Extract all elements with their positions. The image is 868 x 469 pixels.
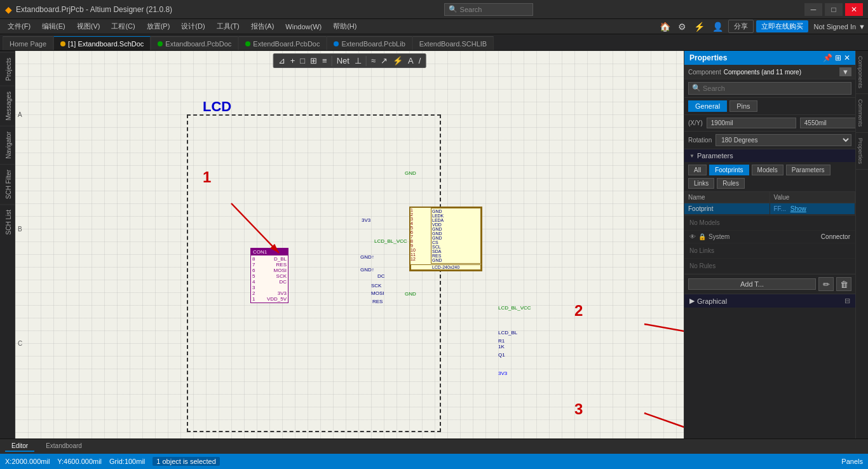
x-field[interactable] [707, 118, 796, 128]
con1-pins: 8D_BL 7RES 6MOSI 5SCK 4DC 3 23V3 1VDD_5V [251, 255, 288, 302]
power-tool[interactable]: ⚡ [391, 55, 405, 66]
tab-dot-pcb2 [245, 41, 250, 46]
no-links-section: No Links [684, 243, 855, 259]
settings-icon[interactable]: ⚙ [675, 20, 689, 33]
tab-general[interactable]: General [688, 100, 727, 112]
net-res: RES [372, 299, 383, 304]
sidebar-item-sch-list[interactable]: SCH List [0, 204, 15, 240]
canvas-area[interactable]: ⊿ + □ ⊞ ≡ Net ⊥ ≈ ↗ ⚡ A / A B C D LCD 1 … [15, 51, 684, 438]
share-button[interactable]: 分享 [728, 20, 754, 33]
properties-scroll[interactable]: Component Components (and 11 more) ▼ 🔍 G… [684, 65, 855, 438]
param-btn-footprints[interactable]: Footprints [709, 165, 749, 175]
filter-tool[interactable]: ⊿ [276, 55, 287, 66]
rotation-select[interactable]: 180 Degrees 0 Degrees 90 Degrees 270 Deg… [715, 134, 851, 146]
tab-pins[interactable]: Pins [729, 100, 757, 112]
lcd-pin-7: 7 [410, 234, 430, 239]
sidebar-item-messages[interactable]: Messages [0, 86, 15, 126]
param-btn-all[interactable]: All [688, 165, 707, 175]
search-icon: 🔍 [449, 5, 458, 13]
net-tool[interactable]: Net [335, 55, 351, 66]
lcd-net-gnd2: GND [432, 227, 480, 231]
menu-edit[interactable]: 编辑(E) [37, 20, 71, 32]
prop-close-button[interactable]: ✕ [844, 53, 850, 62]
lcd-chip-inner: 1 2 3 4 5 6 7 8 9 10 11 12 GND LEDK [410, 208, 481, 264]
draw-tool[interactable]: / [417, 55, 423, 66]
sidebar-item-projects[interactable]: Projects [0, 52, 15, 86]
param-btn-parameters[interactable]: Parameters [786, 165, 831, 175]
row-label-a: A [18, 111, 22, 118]
user-icon[interactable]: 👤 [710, 20, 726, 33]
bus-tool[interactable]: ≈ [369, 55, 377, 66]
y-field[interactable] [800, 118, 855, 128]
prop-float-button[interactable]: ⊞ [835, 53, 841, 62]
lcd-pin-1: 1 [410, 208, 430, 212]
tab-sch[interactable]: [1] Extandboard.SchDoc [53, 36, 151, 50]
param-btn-rules[interactable]: Rules [717, 178, 745, 189]
footprint-value-text: FF... [774, 205, 786, 212]
pin-tool[interactable]: ⊥ [353, 55, 363, 66]
left-sidebar: Projects Messages Navigator SCH Filter S… [0, 51, 15, 438]
add-button[interactable]: Add T... [688, 278, 816, 290]
menu-tools[interactable]: 工具(T) [212, 20, 245, 32]
select-tool[interactable]: ⊞ [308, 55, 319, 66]
add-tool[interactable]: + [288, 55, 297, 66]
filter-button[interactable]: ▼ [839, 67, 851, 76]
lock-icon[interactable]: 🔒 [698, 233, 706, 240]
graphical-triangle[interactable]: ▶ [689, 297, 695, 305]
user-dropdown-icon[interactable]: ▼ [858, 23, 865, 31]
lightning-icon[interactable]: ⚡ [691, 20, 707, 33]
statusbar: X:2000.000mil Y:4600.000mil Grid:100mil … [0, 454, 868, 469]
close-button[interactable]: ✕ [845, 3, 863, 16]
rsidebar-components[interactable]: Components [856, 51, 868, 94]
params-table: Name Value Footprint FF... Show [684, 192, 855, 215]
menu-help[interactable]: 帮助(H) [328, 20, 362, 32]
panels-label[interactable]: Panels [841, 458, 863, 465]
menu-view[interactable]: 视图(V) [72, 20, 105, 32]
sidebar-item-navigator[interactable]: Navigator [0, 126, 15, 164]
con1-pin-6: 6MOSI [252, 268, 287, 273]
graphical-expand-icon[interactable]: ⊟ [844, 297, 850, 305]
param-btn-models[interactable]: Models [752, 165, 783, 175]
tab-pcb1[interactable]: Extandboard.PcbDoc [151, 36, 238, 50]
titlebar-title: Extandboard.PrjPcb - Altium Designer (21… [16, 5, 172, 14]
bottom-tab-extandboard[interactable]: Extandboard [39, 441, 88, 452]
rect-tool[interactable]: □ [298, 55, 307, 66]
tab-home[interactable]: Home Page [3, 36, 53, 50]
menu-project[interactable]: 工程(C) [106, 20, 140, 32]
bottom-tab-editor[interactable]: Editor [5, 441, 34, 452]
edit-button[interactable]: ✏ [818, 277, 834, 291]
con1-pin-5: 5SCK [252, 273, 287, 279]
titlebar-left: ◆ Extandboard.PrjPcb - Altium Designer (… [5, 4, 172, 15]
delete-button[interactable]: 🗑 [836, 277, 851, 291]
tab-pcb2[interactable]: ExtendBoard.PcbDoc [238, 36, 327, 50]
prop-search-input[interactable] [688, 82, 851, 95]
menu-place[interactable]: 放置(P) [142, 20, 175, 32]
footprint-show-link[interactable]: Show [790, 205, 806, 212]
footprint-row[interactable]: Footprint FF... Show [684, 203, 855, 215]
tab-schlib[interactable]: ExtendBoard.SCHLIB [412, 36, 494, 50]
wire-tool[interactable]: ↗ [379, 55, 390, 66]
tab-sch-label: [1] Extandboard.SchDoc [68, 40, 144, 48]
menu-window[interactable]: Window(W) [280, 22, 327, 32]
param-btn-links[interactable]: Links [688, 178, 714, 189]
title-search-box[interactable]: 🔍 Search [444, 3, 533, 16]
menu-reports[interactable]: 报告(A) [246, 20, 280, 32]
maximize-button[interactable]: □ [825, 3, 843, 16]
prop-pin-button[interactable]: 📌 [823, 53, 832, 62]
tab-lib[interactable]: ExtendBoard.PcbLib [327, 36, 412, 50]
menu-design[interactable]: 设计(D) [176, 20, 210, 32]
align-tool[interactable]: ≡ [320, 55, 329, 66]
home-icon[interactable]: 🏠 [657, 20, 673, 33]
params-collapse-icon[interactable]: ▼ [689, 153, 695, 159]
tab-pcb1-label: Extandboard.PcbDoc [165, 40, 231, 48]
text-tool[interactable]: A [406, 55, 416, 66]
rsidebar-comments[interactable]: Comments [856, 94, 868, 133]
minimize-button[interactable]: ─ [804, 3, 822, 16]
sidebar-item-sch-filter[interactable]: SCH Filter [0, 164, 15, 204]
con1-header: CON1 [251, 248, 288, 255]
buy-button[interactable]: 立即在线购买 [756, 20, 808, 32]
no-links-text: No Links [689, 247, 714, 254]
eye-icon[interactable]: 👁 [689, 233, 696, 240]
menu-file[interactable]: 文件(F) [3, 20, 36, 32]
rsidebar-properties[interactable]: Properties [856, 133, 868, 170]
